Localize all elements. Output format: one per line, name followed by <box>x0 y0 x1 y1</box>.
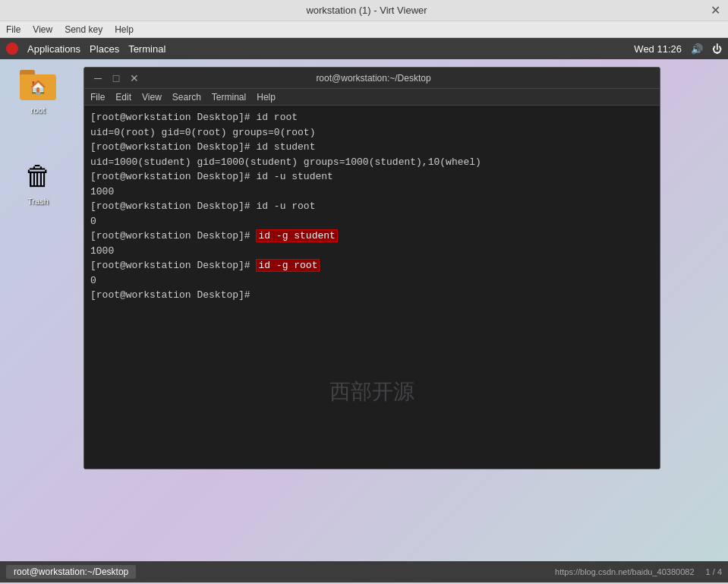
terminal-close-button[interactable]: ✕ <box>128 72 140 84</box>
bottom-taskbar: root@workstation:~/Desktop https://blog.… <box>0 561 728 582</box>
highlight-id-g-root: id -g root <box>256 259 320 272</box>
term-line-13: [root@workstation Desktop]# <box>90 288 654 303</box>
highlight-id-g-student: id -g student <box>256 229 337 242</box>
taskbar-url: https://blog.csdn.net/baidu_40380082 <box>555 567 694 576</box>
terminal-menu-search[interactable]: Search <box>172 92 201 103</box>
term-line-4: uid=1000(student) gid=1000(student) grou… <box>90 155 654 170</box>
applications-icon <box>6 43 18 55</box>
root-icon-label: root <box>31 106 46 115</box>
watermark: 西部开源 <box>329 376 414 408</box>
outer-menu-view[interactable]: View <box>33 24 52 35</box>
term-line-9: [root@workstation Desktop]# id -g studen… <box>90 229 654 244</box>
terminal-controls: ─ □ ✕ <box>92 72 140 84</box>
outer-title-bar: workstation (1) - Virt Viewer ✕ <box>0 0 728 21</box>
top-panel: Applications Places Terminal Wed 11:26 🔊… <box>0 38 728 59</box>
taskbar-left: root@workstation:~/Desktop <box>6 565 136 579</box>
terminal-title: root@workstation:~/Desktop <box>140 73 607 84</box>
desktop: root 🗑 Trash ─ □ ✕ root@workstation:~/De… <box>0 59 728 582</box>
desktop-icon-trash[interactable]: 🗑 Trash <box>11 158 65 206</box>
terminal-menu-terminal[interactable]: Terminal <box>212 92 246 103</box>
terminal-minimize-button[interactable]: ─ <box>92 72 104 84</box>
terminal-menu-help[interactable]: Help <box>257 92 276 103</box>
applications-label[interactable]: Applications <box>27 43 80 55</box>
outer-menu-bar: File View Send key Help <box>0 21 728 38</box>
desktop-icon-root[interactable]: root <box>11 67 65 115</box>
term-line-2: uid=0(root) gid=0(root) groups=0(root) <box>90 125 654 140</box>
term-line-1: [root@workstation Desktop]# id root <box>90 110 654 125</box>
term-line-10: 1000 <box>90 244 654 259</box>
outer-menu-sendkey[interactable]: Send key <box>65 24 102 35</box>
trash-icon-label: Trash <box>27 197 49 206</box>
power-icon[interactable]: ⏻ <box>712 43 722 55</box>
taskbar-right: https://blog.csdn.net/baidu_40380082 1 /… <box>555 567 722 576</box>
terminal-window: ─ □ ✕ root@workstation:~/Desktop File Ed… <box>84 67 660 469</box>
top-panel-left: Applications Places Terminal <box>6 43 165 55</box>
term-line-5: [root@workstation Desktop]# id -u studen… <box>90 169 654 185</box>
terminal-menu-edit[interactable]: Edit <box>115 92 131 103</box>
terminal-titlebar: ─ □ ✕ root@workstation:~/Desktop <box>84 68 660 89</box>
terminal-menu-file[interactable]: File <box>90 92 105 103</box>
datetime-display: Wed 11:26 <box>634 43 682 55</box>
term-line-7: [root@workstation Desktop]# id -u root <box>90 199 654 214</box>
folder-icon-root <box>20 67 56 103</box>
term-line-6: 1000 <box>90 185 654 200</box>
terminal-menubar: File Edit View Search Terminal Help <box>84 89 660 106</box>
term-line-8: 0 <box>90 214 654 229</box>
trash-icon: 🗑 <box>20 158 56 194</box>
volume-icon: 🔊 <box>691 43 703 55</box>
term-line-11: [root@workstation Desktop]# id -g root <box>90 258 654 273</box>
terminal-content[interactable]: [root@workstation Desktop]# id root uid=… <box>84 106 660 469</box>
term-line-3: [root@workstation Desktop]# id student <box>90 140 654 155</box>
outer-menu-file[interactable]: File <box>6 24 20 35</box>
terminal-menu-view[interactable]: View <box>142 92 162 103</box>
term-line-12: 0 <box>90 273 654 289</box>
outer-window-title: workstation (1) - Virt Viewer <box>23 5 711 16</box>
page-indicator: 1 / 4 <box>706 567 722 576</box>
terminal-maximize-button[interactable]: □ <box>110 72 122 84</box>
outer-menu-help[interactable]: Help <box>115 24 134 35</box>
outer-close-button[interactable]: ✕ <box>711 3 720 17</box>
places-label[interactable]: Places <box>90 43 119 55</box>
taskbar-terminal-item[interactable]: root@workstation:~/Desktop <box>6 565 136 579</box>
terminal-label[interactable]: Terminal <box>128 43 165 55</box>
top-panel-right: Wed 11:26 🔊 ⏻ <box>634 43 722 55</box>
